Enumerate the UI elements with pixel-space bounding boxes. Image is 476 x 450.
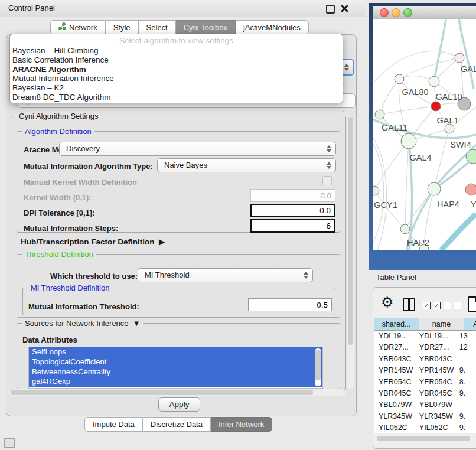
sources-title-row[interactable]: Sources for Network Inference ▼ (22, 319, 143, 327)
algorithm-item-basic-correlation-inference[interactable]: Basic Correlation Inference (10, 56, 343, 65)
network-edge[interactable] (374, 191, 405, 229)
network-edge[interactable] (441, 214, 476, 250)
table-cell: YDL19... (374, 331, 415, 342)
algorithm-item-mutual-information-inference[interactable]: Mutual Information Inference (10, 74, 343, 83)
table-body: YDL19...YDL19...13YDR27...YDR27...12YBR0… (374, 331, 476, 433)
mi-threshold-input[interactable] (248, 298, 332, 311)
node-label-hap2: HAP2 (407, 238, 429, 247)
table-cell: YDL19... (415, 331, 455, 342)
table-row[interactable]: YBR043CYBR043C (374, 354, 476, 365)
network-edge[interactable] (380, 79, 399, 115)
which-threshold-combo[interactable]: MI Threshold (138, 268, 313, 282)
table-cell: YIL052C (415, 422, 455, 433)
unchecked-boxes-icon[interactable] (444, 302, 461, 309)
horizontal-scrollbar[interactable] (9, 389, 346, 396)
tab-infer-network[interactable]: Infer Network (211, 417, 272, 432)
network-edge[interactable] (405, 141, 409, 229)
table-row[interactable]: YDR27...YDR27...12 (374, 342, 476, 353)
checked-boxes-icon[interactable]: ✓✓ (423, 302, 441, 309)
stepper-arrows-icon (304, 271, 309, 279)
table-cell: 9. (455, 388, 476, 399)
table-row[interactable]: YER054CYER054C8. (374, 377, 476, 388)
mi-steps-input[interactable] (250, 219, 335, 233)
mi-algorithm-type-combo[interactable]: Naive Bayes (157, 158, 336, 172)
table-cell: 12 (455, 342, 476, 353)
attribute-item-gal4rgexp[interactable]: gal4RGexp (29, 377, 322, 387)
table-cell: YBL079W (415, 399, 455, 410)
network-edge[interactable] (434, 19, 446, 81)
tab-label: Impute Data (93, 418, 135, 431)
mac-zoom-icon[interactable] (403, 8, 412, 17)
node-gcy1[interactable] (373, 186, 379, 195)
table-cell (455, 399, 476, 410)
apply-button[interactable]: Apply (158, 397, 200, 412)
node-salmon[interactable] (465, 184, 476, 195)
table-row[interactable]: YDL19...YDL19...13 (374, 331, 476, 342)
node-swi4[interactable] (445, 124, 454, 133)
tab-network[interactable]: Network (50, 20, 106, 35)
attribute-item-topologicalcoefficient[interactable]: TopologicalCoefficient (29, 357, 322, 367)
algorithm-item-bayesian-k2[interactable]: Bayesian – K2 (10, 83, 343, 93)
data-attributes-list[interactable]: SelfLoopsTopologicalCoefficientBetweenne… (28, 347, 323, 389)
node-gal1[interactable] (431, 102, 441, 111)
manual-kernel-checkbox[interactable] (322, 176, 332, 185)
list-scrollbar[interactable] (315, 348, 321, 386)
hub-section-toggle[interactable]: Hub/Transcription Factor Definition ▶ (21, 237, 165, 246)
attribute-item-betweennesscentrality[interactable]: BetweennessCentrality (29, 367, 322, 377)
mi-threshold-label: Mutual Information Threshold: (28, 302, 139, 311)
table-cell: YPR145W (415, 365, 455, 376)
node-label-hap4: HAP4 (437, 200, 459, 209)
tab-label: Discretize Data (151, 418, 203, 431)
tab-style[interactable]: Style (106, 20, 139, 35)
node-gal10[interactable] (429, 76, 439, 87)
node-right-green[interactable] (466, 149, 476, 164)
which-threshold-label: Which threshold to use: (50, 272, 138, 281)
network-edge[interactable] (373, 51, 459, 84)
node-hap4[interactable] (428, 182, 441, 195)
page-icon[interactable] (468, 296, 476, 312)
column-header-name[interactable]: name (419, 318, 464, 331)
vertical-scrollbar[interactable] (347, 116, 354, 389)
data-attributes-label: Data Attributes (22, 335, 77, 344)
network-edge[interactable] (374, 141, 409, 191)
node-hap2[interactable] (400, 224, 410, 234)
algorithm-item-bayesian-hill-climbing[interactable]: Bayesian – Hill Climbing (10, 46, 343, 56)
node-gal11[interactable] (375, 110, 384, 119)
algorithm-item-dream8-dc-tdc-algorithm[interactable]: Dream8 DC_TDC Algorithm (10, 93, 343, 102)
network-canvas[interactable]: GALGAL80GAL10GAL1GAL11SWI4GAL4GCY1HAP4YH… (373, 19, 476, 250)
tab-jactivemnodules[interactable]: jActiveMNodules (236, 20, 309, 35)
column-header-shared[interactable]: shared... (374, 318, 419, 331)
tab-impute-data[interactable]: Impute Data (84, 417, 143, 432)
table-horizontal-scrollbar[interactable] (376, 435, 474, 442)
mac-close-icon[interactable] (380, 8, 389, 17)
mac-minimize-icon[interactable] (392, 8, 400, 17)
node-gal-top[interactable] (455, 53, 464, 63)
close-icon[interactable] (341, 5, 348, 12)
column-header-a[interactable]: A (464, 318, 476, 331)
attribute-item-selfloops[interactable]: SelfLoops (29, 347, 322, 357)
columns-icon[interactable] (403, 298, 415, 311)
network-edge[interactable] (380, 106, 436, 115)
algorithm-list: Bayesian – Hill ClimbingBasic Correlatio… (10, 46, 343, 102)
float-window-icon[interactable] (326, 5, 335, 14)
aracne-mode-combo[interactable]: Discovery (59, 142, 336, 156)
gear-icon[interactable]: ⚙ (381, 295, 394, 309)
table-row[interactable]: YIL052CYIL052C9. (374, 422, 476, 433)
node-label-gal1: GAL1 (436, 116, 458, 125)
algorithm-definition-title: Algorithm Definition (22, 128, 94, 135)
dpi-tolerance-input[interactable] (250, 204, 335, 217)
node-gal4[interactable] (401, 133, 416, 149)
kernel-width-input[interactable] (250, 189, 335, 202)
table-row[interactable]: YPR145WYPR145W9. (374, 365, 476, 376)
tab-discretize-data[interactable]: Discretize Data (143, 417, 211, 432)
table-row[interactable]: YBR045CYBR045C9. (374, 388, 476, 399)
dock-icon[interactable] (4, 438, 15, 448)
table-row[interactable]: YBL079WYBL079W (374, 399, 476, 410)
kernel-width-label: Kernel Width (0,1): (24, 193, 92, 202)
algorithm-item-aracne-algorithm[interactable]: ARACNE Algorithm (10, 65, 343, 74)
tab-select[interactable]: Select (139, 20, 176, 35)
table-row[interactable]: YLR345WYLR345W9. (374, 411, 476, 422)
node-gal80[interactable] (395, 74, 404, 84)
tab-cyni-toolbox[interactable]: Cyni Toolbox (176, 20, 236, 35)
table-cell: YBR043C (374, 354, 415, 365)
